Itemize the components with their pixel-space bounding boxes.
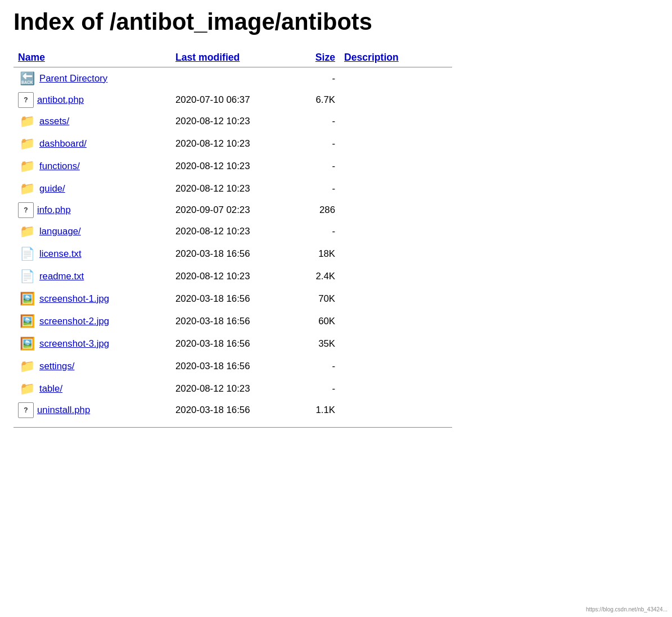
file-size-cell: - [295, 155, 340, 178]
file-modified-cell: 2020-09-07 02:23 [171, 200, 295, 220]
file-size-cell: - [295, 355, 340, 378]
file-desc-cell [340, 355, 452, 378]
file-name-cell: 📄license.txt [13, 243, 171, 265]
file-desc-cell [340, 110, 452, 133]
file-name-cell: ?antibot.php [13, 90, 171, 110]
file-modified-cell: 2020-07-10 06:37 [171, 90, 295, 110]
file-name-cell: 📁assets/ [13, 110, 171, 133]
back-icon: 🔙 [18, 70, 36, 88]
file-link[interactable]: uninstall.php [37, 405, 90, 416]
file-link[interactable]: Parent Directory [39, 73, 107, 84]
file-link[interactable]: screenshot-3.jpg [39, 338, 109, 350]
file-desc-cell [340, 200, 452, 220]
file-modified-cell [171, 67, 295, 90]
file-link[interactable]: readme.txt [39, 271, 84, 282]
bottom-divider [13, 427, 452, 428]
table-row: 🖼️screenshot-3.jpg2020-03-18 16:5635K [13, 333, 452, 355]
txt-icon: 📄 [18, 245, 36, 263]
folder-icon: 📁 [18, 223, 36, 241]
table-row: 📁table/2020-08-12 10:23- [13, 378, 452, 400]
file-modified-cell: 2020-08-12 10:23 [171, 265, 295, 288]
file-name-cell: 🖼️screenshot-2.jpg [13, 310, 171, 333]
php-icon: ? [18, 202, 34, 218]
file-size-cell: - [295, 67, 340, 90]
file-link[interactable]: screenshot-2.jpg [39, 316, 109, 327]
file-modified-cell: 2020-03-18 16:56 [171, 310, 295, 333]
table-row: 📁dashboard/2020-08-12 10:23- [13, 133, 452, 155]
folder-icon: 📁 [18, 157, 36, 175]
file-desc-cell [340, 67, 452, 90]
file-size-cell: 2.4K [295, 265, 340, 288]
file-link[interactable]: dashboard/ [39, 138, 87, 149]
table-row: 📁assets/2020-08-12 10:23- [13, 110, 452, 133]
file-link[interactable]: settings/ [39, 361, 75, 372]
table-row: ?antibot.php2020-07-10 06:376.7K [13, 90, 452, 110]
table-row: 🖼️screenshot-2.jpg2020-03-18 16:5660K [13, 310, 452, 333]
file-link[interactable]: language/ [39, 226, 81, 237]
file-modified-cell: 2020-03-18 16:56 [171, 288, 295, 310]
file-link[interactable]: info.php [37, 205, 71, 216]
col-desc-link[interactable]: Description [344, 52, 399, 63]
table-row: ?info.php2020-09-07 02:23286 [13, 200, 452, 220]
txt-icon: 📄 [18, 267, 36, 285]
file-desc-cell [340, 178, 452, 200]
col-name-link[interactable]: Name [18, 52, 45, 63]
folder-icon: 📁 [18, 357, 36, 375]
file-link[interactable]: functions/ [39, 161, 80, 172]
table-row: 📄readme.txt2020-08-12 10:232.4K [13, 265, 452, 288]
php-icon: ? [18, 92, 34, 108]
file-name-cell: 📁guide/ [13, 178, 171, 200]
file-size-cell: - [295, 220, 340, 243]
file-size-cell: 286 [295, 200, 340, 220]
file-name-cell: 📁functions/ [13, 155, 171, 178]
file-desc-cell [340, 220, 452, 243]
table-row: 📁guide/2020-08-12 10:23- [13, 178, 452, 200]
file-name-cell: 🖼️screenshot-3.jpg [13, 333, 171, 355]
file-size-cell: 6.7K [295, 90, 340, 110]
file-name-cell: 📁language/ [13, 220, 171, 243]
file-modified-cell: 2020-03-18 16:56 [171, 355, 295, 378]
file-size-cell: - [295, 178, 340, 200]
file-desc-cell [340, 378, 452, 400]
file-link[interactable]: antibot.php [37, 94, 84, 106]
file-desc-cell [340, 265, 452, 288]
file-size-cell: 1.1K [295, 400, 340, 420]
file-size-cell: - [295, 133, 340, 155]
col-modified-link[interactable]: Last modified [175, 52, 240, 63]
file-name-cell: 📁table/ [13, 378, 171, 400]
file-desc-cell [340, 400, 452, 420]
table-row: 📁functions/2020-08-12 10:23- [13, 155, 452, 178]
file-link[interactable]: license.txt [39, 248, 82, 260]
file-link[interactable]: assets/ [39, 116, 69, 127]
file-size-cell: 18K [295, 243, 340, 265]
file-link[interactable]: screenshot-1.jpg [39, 293, 109, 305]
file-link[interactable]: guide/ [39, 183, 65, 194]
file-modified-cell: 2020-08-12 10:23 [171, 110, 295, 133]
file-modified-cell: 2020-08-12 10:23 [171, 178, 295, 200]
file-name-cell: 📁settings/ [13, 355, 171, 378]
file-modified-cell: 2020-03-18 16:56 [171, 243, 295, 265]
php-icon: ? [18, 402, 34, 418]
file-modified-cell: 2020-08-12 10:23 [171, 133, 295, 155]
file-link[interactable]: table/ [39, 383, 62, 394]
file-name-cell: 🖼️screenshot-1.jpg [13, 288, 171, 310]
file-size-cell: 60K [295, 310, 340, 333]
folder-icon: 📁 [18, 112, 36, 130]
file-size-cell: 35K [295, 333, 340, 355]
file-name-cell: 📄readme.txt [13, 265, 171, 288]
file-size-cell: - [295, 378, 340, 400]
table-row: 🖼️screenshot-1.jpg2020-03-18 16:5670K [13, 288, 452, 310]
folder-icon: 📁 [18, 380, 36, 398]
file-desc-cell [340, 133, 452, 155]
img-icon: 🖼️ [18, 312, 36, 330]
file-desc-cell [340, 288, 452, 310]
file-modified-cell: 2020-08-12 10:23 [171, 220, 295, 243]
table-row: ?uninstall.php2020-03-18 16:561.1K [13, 400, 452, 420]
file-desc-cell [340, 333, 452, 355]
file-size-cell: 70K [295, 288, 340, 310]
col-size-link[interactable]: Size [315, 52, 335, 63]
file-desc-cell [340, 90, 452, 110]
file-name-cell: ?uninstall.php [13, 400, 171, 420]
folder-icon: 📁 [18, 135, 36, 153]
file-size-cell: - [295, 110, 340, 133]
